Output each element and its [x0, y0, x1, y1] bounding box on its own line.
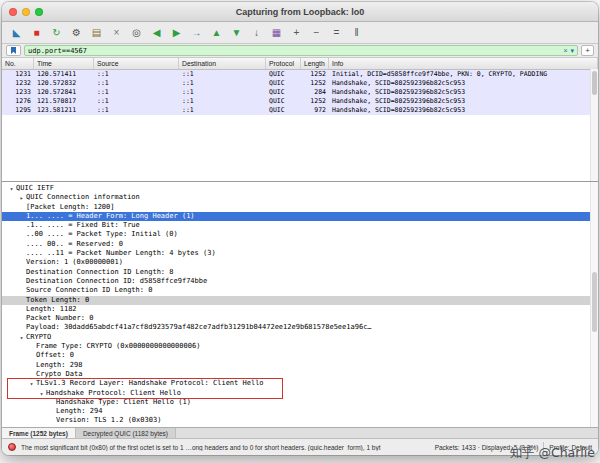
first-packet-icon[interactable]: ▲	[207, 24, 226, 41]
cell-protocol: QUIC	[266, 97, 301, 106]
cell-info: Handshake, SCID=802592396b82c5c953	[329, 97, 598, 106]
expand-icon[interactable]: ▸	[17, 193, 26, 202]
byte-tab[interactable]: Frame (1252 bytes)	[2, 428, 76, 438]
detail-line[interactable]: .... ..11 = Packet Number Length: 4 byte…	[2, 249, 598, 258]
detail-text: 1... .... = Header Form: Long Header (1)	[26, 212, 195, 221]
collapse-icon[interactable]: ▾	[27, 379, 36, 388]
autoscroll-icon[interactable]: ↓	[247, 24, 266, 41]
column-header[interactable]: Time	[34, 58, 94, 69]
detail-line[interactable]: Crypto Data	[2, 370, 598, 379]
detail-line[interactable]: ▾TLSv1.3 Record Layer: Handshake Protoco…	[2, 379, 598, 388]
detail-line[interactable]: Offset: 0	[2, 351, 598, 360]
detail-line[interactable]: Destination Connection ID Length: 8	[2, 268, 598, 277]
column-header[interactable]: Destination	[179, 58, 266, 69]
filter-input[interactable]: udp.port==4567 × ▾	[24, 45, 578, 56]
detail-line[interactable]: Version: TLS 1.2 (0x0303)	[2, 416, 598, 425]
packet-row[interactable]: 1295123.581211::1::1QUIC972Handshake, SC…	[2, 106, 598, 115]
cell-no: 1233	[2, 88, 34, 97]
detail-line[interactable]: Source Connection ID Length: 0	[2, 286, 598, 295]
zoom-out-icon[interactable]: −	[307, 24, 326, 41]
capture-start-icon[interactable]: ◣	[7, 24, 26, 41]
detail-line[interactable]: ..00 .... = Packet Type: Initial (0)	[2, 230, 598, 239]
packet-list-pane: No.TimeSourceDestinationProtocolLengthIn…	[2, 58, 598, 181]
detail-text: Handshake Type: Client Hello (1)	[56, 398, 191, 407]
expert-info-icon[interactable]	[8, 443, 16, 451]
byte-view-tabs: Frame (1252 bytes)Decrypted QUIC (1182 b…	[2, 427, 598, 438]
indent-spacer	[17, 296, 26, 305]
detail-line[interactable]: Packet Number: 0	[2, 314, 598, 323]
cell-length: 1252	[301, 97, 329, 106]
resize-columns-icon[interactable]: ‖	[347, 24, 366, 41]
zoom-in-icon[interactable]: +	[287, 24, 306, 41]
packet-list-scrollbar[interactable]	[590, 69, 598, 181]
collapse-icon[interactable]: ▾	[37, 389, 46, 398]
indent-spacer	[17, 212, 26, 221]
detail-text: .1.. .... = Fixed Bit: True	[26, 221, 140, 230]
collapse-icon[interactable]: ▾	[17, 333, 26, 342]
packet-row[interactable]: 1233120.572841::1::1QUIC284Handshake, SC…	[2, 88, 598, 97]
detail-text: [Packet Length: 1200]	[26, 203, 115, 212]
detail-line[interactable]: ▸QUIC Connection information	[2, 193, 598, 202]
detail-line[interactable]: ▾QUIC IETF	[2, 184, 598, 193]
zoom-reset-icon[interactable]: =	[327, 24, 346, 41]
detail-line[interactable]: Token Length: 0	[2, 296, 598, 305]
filter-bar: udp.port==4567 × ▾ +	[2, 44, 598, 58]
detail-line[interactable]: Destination Connection ID: d5858ffce9f74…	[2, 277, 598, 286]
colorize-icon[interactable]: ▦	[267, 24, 286, 41]
filter-dropdown-icon[interactable]: ▾	[570, 47, 574, 54]
next-packet-icon[interactable]: ▶	[167, 24, 186, 41]
indent-spacer	[27, 361, 36, 370]
detail-line[interactable]: Length: 1182	[2, 305, 598, 314]
detail-line[interactable]: 1... .... = Header Form: Long Header (1)	[2, 212, 598, 221]
capture-stop-icon[interactable]: ■	[27, 24, 46, 41]
column-header[interactable]: Info	[329, 58, 598, 69]
cell-source: ::1	[94, 70, 179, 79]
detail-line[interactable]: [Packet Length: 1200]	[2, 203, 598, 212]
detail-scrollbar-thumb[interactable]	[592, 272, 597, 332]
wireshark-window: Capturing from Loopback: lo0 ◣■↻⚙▤×◎◀▶→▲…	[2, 2, 598, 455]
detail-line[interactable]: .1.. .... = Fixed Bit: True	[2, 221, 598, 230]
close-file-icon[interactable]: ×	[107, 24, 126, 41]
detail-text: Payload: 30dadd65abdcf41a7cf8d923579af48…	[26, 323, 372, 332]
cell-destination: ::1	[179, 79, 266, 88]
detail-line[interactable]: Payload: 30dadd65abdcf41a7cf8d923579af48…	[2, 323, 598, 332]
detail-line[interactable]: Frame Type: CRYPTO (0x0000000000000006)	[2, 342, 598, 351]
detail-tree: ▾QUIC IETF▸QUIC Connection information[P…	[2, 184, 598, 426]
collapse-icon[interactable]: ▾	[7, 184, 16, 193]
detail-line[interactable]: Length: 298	[2, 361, 598, 370]
detail-line[interactable]: .... 00.. = Reserved: 0	[2, 240, 598, 249]
close-window-button[interactable]	[9, 8, 17, 16]
goto-packet-icon[interactable]: →	[187, 24, 206, 41]
find-packet-icon[interactable]: ◎	[127, 24, 146, 41]
cell-info: Handshake, SCID=802592396b82c5c953	[329, 79, 598, 88]
column-header[interactable]: Source	[94, 58, 179, 69]
column-header[interactable]: No.	[2, 58, 34, 69]
detail-scrollbar[interactable]	[590, 182, 598, 427]
capture-restart-icon[interactable]: ↻	[47, 24, 66, 41]
cell-length: 284	[301, 88, 329, 97]
add-filter-button[interactable]: +	[581, 45, 594, 56]
detail-line[interactable]: Handshake Type: Client Hello (1)	[2, 398, 598, 407]
indent-spacer	[17, 203, 26, 212]
filter-bookmark-button[interactable]	[6, 45, 21, 56]
packet-row[interactable]: 1231120.571411::1::1QUIC1252Initial, DCI…	[2, 70, 598, 79]
clear-filter-icon[interactable]: ×	[563, 47, 567, 54]
detail-line[interactable]: ▾Handshake Protocol: Client Hello	[2, 389, 598, 398]
minimize-window-button[interactable]	[22, 8, 30, 16]
capture-options-icon[interactable]: ⚙	[67, 24, 86, 41]
detail-line[interactable]: Length: 294	[2, 407, 598, 416]
detail-line[interactable]: ▾CRYPTO	[2, 333, 598, 342]
packet-row[interactable]: 1276121.570817::1::1QUIC1252Handshake, S…	[2, 97, 598, 106]
column-header[interactable]: Length	[301, 58, 329, 69]
cell-info: Initial, DCID=d5858ffce9f74bbe, PKN: 0, …	[329, 70, 598, 79]
packet-row[interactable]: 1232120.572832::1::1QUIC1252Handshake, S…	[2, 79, 598, 88]
detail-line[interactable]: Version: 1 (0x00000001)	[2, 258, 598, 267]
last-packet-icon[interactable]: ▼	[227, 24, 246, 41]
indent-spacer	[17, 323, 26, 332]
byte-tab[interactable]: Decrypted QUIC (1182 bytes)	[76, 428, 176, 438]
previous-packet-icon[interactable]: ◀	[147, 24, 166, 41]
open-file-icon[interactable]: ▤	[87, 24, 106, 41]
zoom-window-button[interactable]	[35, 8, 43, 16]
column-header[interactable]: Protocol	[266, 58, 301, 69]
scrollbar-thumb[interactable]	[592, 71, 597, 95]
